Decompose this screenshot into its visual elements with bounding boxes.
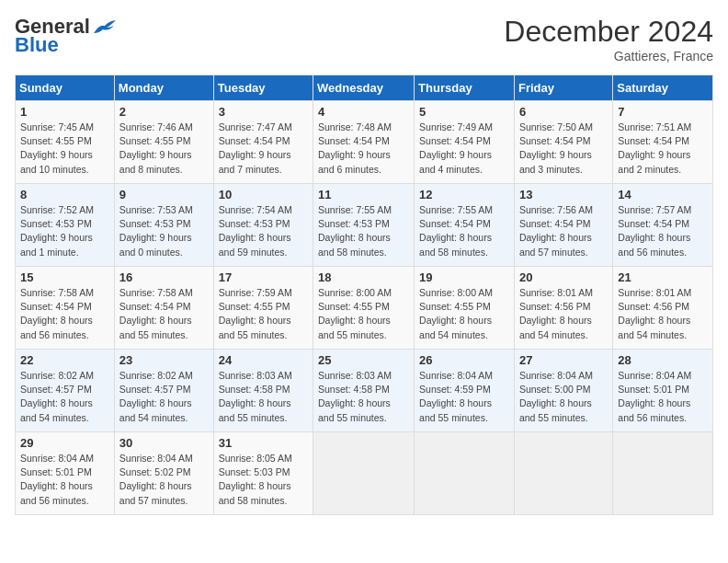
- day-info: Sunrise: 7:47 AMSunset: 4:54 PMDaylight:…: [219, 121, 308, 177]
- day-number: 23: [119, 353, 209, 367]
- day-info: Sunrise: 7:53 AMSunset: 4:53 PMDaylight:…: [119, 203, 209, 259]
- day-number: 3: [219, 105, 308, 119]
- day-info: Sunrise: 8:04 AMSunset: 4:59 PMDaylight:…: [419, 369, 509, 425]
- month-title: December 2024: [504, 15, 713, 49]
- day-info: Sunrise: 7:54 AMSunset: 4:53 PMDaylight:…: [219, 203, 308, 259]
- day-number: 9: [119, 188, 209, 201]
- calendar-cell: [415, 432, 515, 515]
- page-header: General Blue December 2024 Gattieres, Fr…: [15, 15, 713, 63]
- day-info: Sunrise: 8:04 AMSunset: 5:00 PMDaylight:…: [519, 369, 608, 425]
- day-number: 11: [318, 188, 409, 201]
- weekday-header-tuesday: Tuesday: [213, 75, 313, 101]
- calendar-cell: 24 Sunrise: 8:03 AMSunset: 4:58 PMDaylig…: [213, 350, 313, 432]
- calendar-cell: 5 Sunrise: 7:49 AMSunset: 4:54 PMDayligh…: [415, 101, 515, 184]
- day-number: 25: [318, 353, 409, 367]
- calendar-cell: 16 Sunrise: 7:58 AMSunset: 4:54 PMDaylig…: [114, 267, 213, 350]
- day-info: Sunrise: 8:05 AMSunset: 5:03 PMDaylight:…: [219, 452, 308, 508]
- day-info: Sunrise: 8:03 AMSunset: 4:58 PMDaylight:…: [219, 369, 308, 425]
- calendar-week-row: 8 Sunrise: 7:52 AMSunset: 4:53 PMDayligh…: [16, 184, 713, 267]
- day-info: Sunrise: 8:00 AMSunset: 4:55 PMDaylight:…: [419, 286, 509, 342]
- calendar-cell: 27 Sunrise: 8:04 AMSunset: 5:00 PMDaylig…: [514, 350, 612, 432]
- calendar-cell: 31 Sunrise: 8:05 AMSunset: 5:03 PMDaylig…: [213, 432, 313, 515]
- day-number: 7: [618, 105, 708, 119]
- day-number: 8: [20, 188, 109, 201]
- day-info: Sunrise: 8:01 AMSunset: 4:56 PMDaylight:…: [519, 286, 608, 342]
- location-subtitle: Gattieres, France: [504, 49, 713, 63]
- calendar-cell: 7 Sunrise: 7:51 AMSunset: 4:54 PMDayligh…: [613, 101, 713, 184]
- calendar-cell: 22 Sunrise: 8:02 AMSunset: 4:57 PMDaylig…: [16, 350, 115, 432]
- logo: General Blue: [15, 15, 118, 57]
- day-number: 26: [419, 353, 509, 367]
- day-info: Sunrise: 7:48 AMSunset: 4:54 PMDaylight:…: [318, 121, 409, 177]
- day-info: Sunrise: 8:01 AMSunset: 4:56 PMDaylight:…: [618, 286, 708, 342]
- calendar-week-row: 15 Sunrise: 7:58 AMSunset: 4:54 PMDaylig…: [16, 267, 713, 350]
- day-number: 4: [318, 105, 409, 119]
- calendar-cell: 11 Sunrise: 7:55 AMSunset: 4:53 PMDaylig…: [313, 184, 415, 267]
- day-info: Sunrise: 7:45 AMSunset: 4:55 PMDaylight:…: [20, 121, 109, 177]
- day-number: 30: [119, 436, 209, 450]
- day-number: 17: [219, 270, 308, 284]
- day-info: Sunrise: 7:46 AMSunset: 4:55 PMDaylight:…: [119, 121, 209, 177]
- calendar-cell: 9 Sunrise: 7:53 AMSunset: 4:53 PMDayligh…: [114, 184, 213, 267]
- day-number: 27: [519, 353, 608, 367]
- day-info: Sunrise: 8:04 AMSunset: 5:01 PMDaylight:…: [618, 369, 708, 425]
- calendar-cell: 1 Sunrise: 7:45 AMSunset: 4:55 PMDayligh…: [16, 101, 115, 184]
- day-info: Sunrise: 8:04 AMSunset: 5:01 PMDaylight:…: [20, 452, 109, 508]
- weekday-header-monday: Monday: [114, 75, 213, 101]
- calendar-cell: 13 Sunrise: 7:56 AMSunset: 4:54 PMDaylig…: [514, 184, 612, 267]
- calendar-cell: 18 Sunrise: 8:00 AMSunset: 4:55 PMDaylig…: [313, 267, 415, 350]
- day-number: 16: [119, 270, 209, 284]
- calendar-cell: 29 Sunrise: 8:04 AMSunset: 5:01 PMDaylig…: [16, 432, 115, 515]
- weekday-header-thursday: Thursday: [415, 75, 515, 101]
- day-number: 14: [618, 188, 708, 201]
- day-number: 22: [20, 353, 109, 367]
- calendar-cell: 20 Sunrise: 8:01 AMSunset: 4:56 PMDaylig…: [514, 267, 612, 350]
- day-info: Sunrise: 7:49 AMSunset: 4:54 PMDaylight:…: [419, 121, 509, 177]
- calendar-cell: 4 Sunrise: 7:48 AMSunset: 4:54 PMDayligh…: [313, 101, 415, 184]
- calendar-table: SundayMondayTuesdayWednesdayThursdayFrid…: [15, 75, 713, 515]
- logo-bird-icon: [92, 17, 118, 37]
- day-info: Sunrise: 7:59 AMSunset: 4:55 PMDaylight:…: [219, 286, 308, 342]
- day-info: Sunrise: 7:57 AMSunset: 4:54 PMDaylight:…: [618, 203, 708, 259]
- logo-blue-text: Blue: [15, 33, 59, 57]
- calendar-week-row: 22 Sunrise: 8:02 AMSunset: 4:57 PMDaylig…: [16, 350, 713, 432]
- day-info: Sunrise: 7:55 AMSunset: 4:54 PMDaylight:…: [419, 203, 509, 259]
- day-number: 29: [20, 436, 109, 450]
- calendar-cell: 10 Sunrise: 7:54 AMSunset: 4:53 PMDaylig…: [213, 184, 313, 267]
- day-number: 15: [20, 270, 109, 284]
- day-number: 1: [20, 105, 109, 119]
- weekday-header-friday: Friday: [514, 75, 612, 101]
- day-info: Sunrise: 8:03 AMSunset: 4:58 PMDaylight:…: [318, 369, 409, 425]
- day-number: 20: [519, 270, 608, 284]
- weekday-header-wednesday: Wednesday: [313, 75, 415, 101]
- calendar-cell: 8 Sunrise: 7:52 AMSunset: 4:53 PMDayligh…: [16, 184, 115, 267]
- day-number: 12: [419, 188, 509, 201]
- calendar-cell: 26 Sunrise: 8:04 AMSunset: 4:59 PMDaylig…: [415, 350, 515, 432]
- day-number: 24: [219, 353, 308, 367]
- weekday-header-saturday: Saturday: [613, 75, 713, 101]
- calendar-cell: 23 Sunrise: 8:02 AMSunset: 4:57 PMDaylig…: [114, 350, 213, 432]
- day-info: Sunrise: 7:51 AMSunset: 4:54 PMDaylight:…: [618, 121, 708, 177]
- day-info: Sunrise: 7:58 AMSunset: 4:54 PMDaylight:…: [119, 286, 209, 342]
- day-number: 5: [419, 105, 509, 119]
- weekday-header-sunday: Sunday: [16, 75, 115, 101]
- calendar-cell: 25 Sunrise: 8:03 AMSunset: 4:58 PMDaylig…: [313, 350, 415, 432]
- calendar-week-row: 1 Sunrise: 7:45 AMSunset: 4:55 PMDayligh…: [16, 101, 713, 184]
- day-number: 2: [119, 105, 209, 119]
- day-info: Sunrise: 7:52 AMSunset: 4:53 PMDaylight:…: [20, 203, 109, 259]
- day-info: Sunrise: 7:58 AMSunset: 4:54 PMDaylight:…: [20, 286, 109, 342]
- day-info: Sunrise: 7:55 AMSunset: 4:53 PMDaylight:…: [318, 203, 409, 259]
- weekday-header-row: SundayMondayTuesdayWednesdayThursdayFrid…: [16, 75, 713, 101]
- day-info: Sunrise: 8:02 AMSunset: 4:57 PMDaylight:…: [119, 369, 209, 425]
- day-number: 19: [419, 270, 509, 284]
- day-info: Sunrise: 7:56 AMSunset: 4:54 PMDaylight:…: [519, 203, 608, 259]
- calendar-cell: 30 Sunrise: 8:04 AMSunset: 5:02 PMDaylig…: [114, 432, 213, 515]
- calendar-cell: 2 Sunrise: 7:46 AMSunset: 4:55 PMDayligh…: [114, 101, 213, 184]
- day-number: 18: [318, 270, 409, 284]
- calendar-cell: 28 Sunrise: 8:04 AMSunset: 5:01 PMDaylig…: [613, 350, 713, 432]
- day-number: 21: [618, 270, 708, 284]
- calendar-cell: [313, 432, 415, 515]
- calendar-cell: [613, 432, 713, 515]
- calendar-cell: 12 Sunrise: 7:55 AMSunset: 4:54 PMDaylig…: [415, 184, 515, 267]
- calendar-cell: 19 Sunrise: 8:00 AMSunset: 4:55 PMDaylig…: [415, 267, 515, 350]
